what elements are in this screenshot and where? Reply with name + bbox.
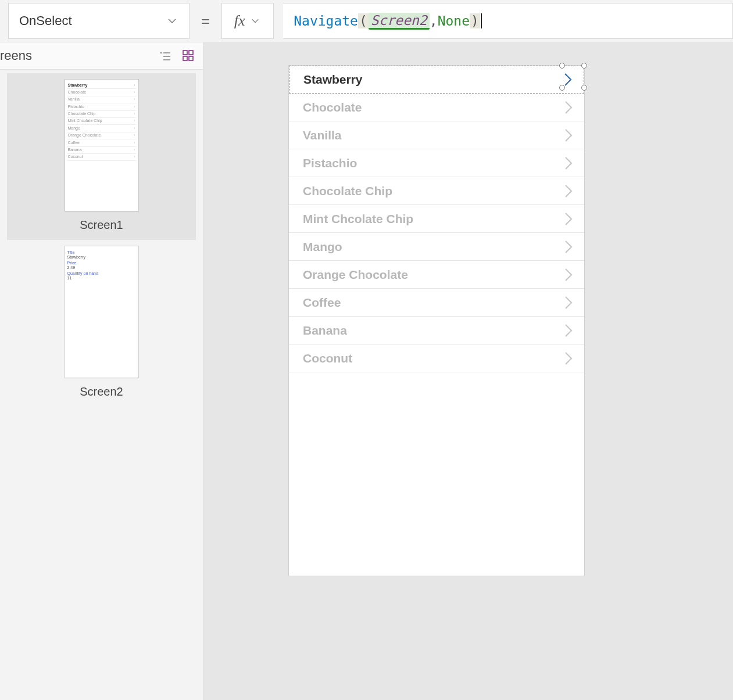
chevron-right-icon[interactable] — [563, 322, 574, 339]
chevron-right-icon[interactable] — [563, 295, 574, 311]
gallery-item[interactable]: Mint Chcolate Chip — [289, 205, 584, 233]
formula-input[interactable]: Navigate( Screen2, None ) — [283, 3, 733, 39]
gallery-item[interactable]: Orange Chocolate — [289, 261, 584, 289]
gallery-item-selected[interactable]: Stawberry — [289, 66, 584, 94]
gallery-item[interactable]: Coconut — [289, 344, 584, 372]
chevron-right-icon[interactable] — [563, 155, 574, 171]
formula-close-paren: ) — [470, 13, 480, 28]
gallery-item-label: Vanilla — [303, 128, 342, 142]
formula-function: Navigate — [294, 13, 358, 28]
screens-panel-header: reens — [0, 42, 203, 70]
text-cursor — [481, 13, 482, 28]
gallery-item-label: Coconut — [303, 351, 352, 365]
chevron-down-icon — [166, 15, 178, 27]
gallery-item-label: Chocolate Chip — [303, 184, 392, 198]
formula-bar-row: OnSelect = fx Navigate( Screen2, None ) — [0, 0, 733, 42]
thumbnail-label: Screen2 — [80, 385, 123, 399]
gallery-item[interactable]: Pistachio — [289, 149, 584, 177]
gallery-item[interactable]: Coffee — [289, 289, 584, 317]
gallery-item-label: Mint Chcolate Chip — [303, 212, 413, 226]
svg-point-0 — [160, 52, 162, 54]
thumbnail-view-icon[interactable] — [182, 49, 195, 62]
formula-open-paren: ( — [358, 13, 369, 28]
gallery-item-label: Stawberry — [303, 73, 363, 87]
gallery-item[interactable]: Chocolate — [289, 94, 584, 121]
thumbnail-preview: Title Stawberry Price 2.49 Quantity on h… — [65, 246, 139, 378]
screens-panel: reens — [0, 42, 203, 700]
fx-button[interactable]: fx — [221, 3, 274, 39]
tree-view-icon[interactable] — [159, 49, 171, 62]
chevron-right-icon[interactable] — [563, 211, 574, 227]
chevron-right-icon[interactable] — [563, 350, 574, 367]
chevron-right-icon[interactable] — [563, 239, 574, 255]
gallery-item[interactable]: Vanilla — [289, 121, 584, 149]
screen-thumbnails: Stawberry› Chocolate› Vanilla› Pistachio… — [0, 70, 203, 407]
screen-thumbnail-screen2[interactable]: Title Stawberry Price 2.49 Quantity on h… — [7, 240, 196, 407]
svg-rect-5 — [189, 51, 193, 55]
main-area: reens — [0, 42, 733, 700]
chevron-right-icon[interactable] — [563, 99, 574, 116]
gallery-item-label: Orange Chocolate — [303, 268, 408, 282]
formula-none: None — [438, 13, 470, 28]
thumbnail-label: Screen1 — [80, 218, 123, 232]
svg-rect-7 — [189, 56, 193, 60]
thumbnail-preview: Stawberry› Chocolate› Vanilla› Pistachio… — [65, 79, 139, 211]
gallery-item[interactable]: Mango — [289, 233, 584, 261]
fx-label: fx — [234, 12, 245, 30]
gallery-item[interactable]: Banana — [289, 317, 584, 344]
gallery-item[interactable]: Chocolate Chip — [289, 177, 584, 205]
formula-comma: , — [430, 13, 438, 28]
gallery-item-label: Chocolate — [303, 100, 362, 114]
chevron-right-icon[interactable] — [563, 267, 574, 283]
chevron-down-icon — [249, 15, 262, 27]
screen-thumbnail-screen1[interactable]: Stawberry› Chocolate› Vanilla› Pistachio… — [7, 73, 196, 240]
chevron-right-icon[interactable] — [563, 71, 573, 88]
equals-label: = — [199, 12, 212, 30]
design-canvas[interactable]: Stawberry Chocolate Vanilla — [203, 42, 733, 700]
chevron-right-icon[interactable] — [563, 183, 574, 199]
chevron-right-icon[interactable] — [563, 127, 574, 143]
screens-panel-title: reens — [0, 48, 32, 63]
property-dropdown-value: OnSelect — [19, 13, 72, 28]
gallery-item-label: Mango — [303, 240, 342, 254]
gallery-item-label: Coffee — [303, 296, 341, 310]
formula-argument: Screen2 — [369, 13, 430, 30]
svg-rect-6 — [183, 56, 187, 60]
property-dropdown[interactable]: OnSelect — [8, 3, 189, 39]
phone-frame: Stawberry Chocolate Vanilla — [288, 65, 585, 576]
svg-rect-4 — [183, 51, 187, 55]
gallery-item-label: Pistachio — [303, 156, 357, 170]
gallery-item-label: Banana — [303, 324, 347, 338]
